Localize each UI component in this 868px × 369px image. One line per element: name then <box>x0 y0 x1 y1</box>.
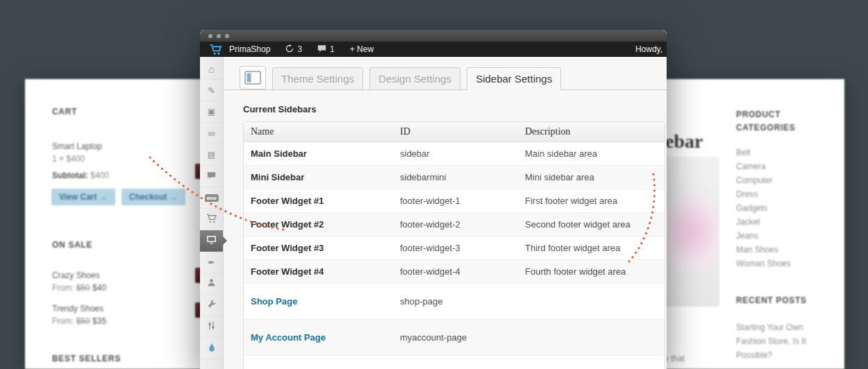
sidebar-settings-page-icon <box>240 66 266 89</box>
sidebar-id: myaccount-page <box>393 319 518 355</box>
table-row: Shortcodes Page shortcodes-page <box>244 355 665 369</box>
table-row: Footer Widget #3 footer-widget-3 Third f… <box>244 236 665 259</box>
admin-bar-site-name[interactable]: PrimaShop <box>229 44 270 54</box>
recent-posts-widget-title: RECENT POSTS <box>736 295 807 305</box>
admin-bar-howdy[interactable]: Howdy, <box>635 44 662 54</box>
cart-subtotal: Subtotal: $400 <box>52 171 109 180</box>
sidebar-name: Mini Sidebar <box>244 165 393 189</box>
sidebar-description: Second footer widget area <box>518 212 665 236</box>
table-row: Main Sidebar sidebar Main sidebar area <box>244 142 665 165</box>
menu-plugins[interactable]: ✒ <box>200 252 223 273</box>
category-item: Computer <box>736 173 791 187</box>
sidebar-name: Footer Widget #4 <box>244 259 393 283</box>
sidebar-description: Mini sidebar area <box>518 165 665 189</box>
old-price: $50 <box>76 283 90 293</box>
cart-buttons: View Cart → Checkout → <box>51 189 185 205</box>
updates-icon <box>285 44 294 55</box>
category-item: Belt <box>736 146 791 160</box>
table-header: Name ID Description <box>244 122 665 142</box>
pin-icon: ✎ <box>208 85 215 96</box>
view-cart-button: View Cart → <box>51 189 115 205</box>
sale-item-price: From: $50 $35 <box>52 316 106 326</box>
sidebar-id: footer-widget-1 <box>393 189 518 212</box>
category-item: Man Shoes <box>736 243 791 257</box>
recent-post-line: Fashion Store, Is It <box>736 334 806 348</box>
menu-media[interactable]: ▣ <box>200 101 223 123</box>
shortcodes-page-link[interactable]: Shortcodes Page <box>244 355 393 369</box>
sale-item-name: Trendy Shoes <box>52 304 103 314</box>
category-list: Belt Camera Computer Dress Gadgets Jacke… <box>736 146 791 271</box>
menu-posts[interactable]: ✎ <box>200 80 223 101</box>
old-price: $50 <box>76 316 90 326</box>
sidebar-name: Footer Widget #1 <box>244 189 393 212</box>
tab-sidebar-settings[interactable]: Sidebar Settings <box>467 67 561 90</box>
menu-appearance-active[interactable] <box>200 230 223 252</box>
updates-count: 3 <box>297 44 302 54</box>
menu-products[interactable] <box>200 209 223 230</box>
wrench-icon <box>207 300 216 311</box>
window-body: ⌂ ✎ ▣ ∞ ▤ woo ✒ <box>200 57 667 369</box>
menu-woocommerce[interactable]: woo <box>200 187 223 209</box>
settings-tab-bar: Theme Settings Design Settings Sidebar S… <box>224 57 667 90</box>
menu-dashboard[interactable]: ⌂ <box>200 58 223 80</box>
category-item: Dress <box>736 187 791 201</box>
category-item: Camera <box>736 160 791 173</box>
cart-subtotal-label: Subtotal: <box>52 171 88 180</box>
shop-page-link[interactable]: Shop Page <box>244 283 393 319</box>
cart-subtotal-value: $400 <box>90 171 109 180</box>
appearance-icon <box>206 234 217 247</box>
wp-admin-bar: PrimaShop 3 1 + New Howdy, <box>200 42 667 57</box>
admin-bar-new-menu[interactable]: + New <box>350 44 374 54</box>
tab-design-settings[interactable]: Design Settings <box>369 67 460 90</box>
product-image <box>661 157 719 307</box>
product-image-blur <box>661 186 719 277</box>
window-zoom-button[interactable] <box>225 34 229 38</box>
tab-theme-settings[interactable]: Theme Settings <box>272 67 363 90</box>
window-close-button[interactable] <box>208 34 212 38</box>
column-header-description: Description <box>518 122 665 142</box>
menu-links[interactable]: ∞ <box>200 123 223 144</box>
sale-item-price: From: $50 $40 <box>52 283 106 293</box>
comment-bubble-icon <box>207 171 216 182</box>
sidebars-table: Name ID Description Main Sidebar sidebar… <box>243 121 665 369</box>
sidebar-id: footer-widget-2 <box>393 212 518 236</box>
media-icon: ▣ <box>208 107 215 117</box>
sliders-icon <box>207 321 216 332</box>
my-account-page-link[interactable]: My Account Page <box>244 319 393 355</box>
column-header-name: Name <box>244 122 393 142</box>
menu-settings[interactable] <box>200 316 223 338</box>
menu-users[interactable] <box>200 273 223 295</box>
settings-content: Theme Settings Design Settings Sidebar S… <box>224 57 667 369</box>
sidebar-description <box>518 319 665 355</box>
menu-tools[interactable] <box>200 295 223 316</box>
home-icon: ⌂ <box>208 63 215 75</box>
admin-bar-comments[interactable]: 1 <box>317 44 335 55</box>
menu-pages[interactable]: ▤ <box>200 144 223 166</box>
wp-admin-menu: ⌂ ✎ ▣ ∞ ▤ woo ✒ <box>200 57 224 369</box>
admin-bar-updates[interactable]: 3 <box>285 44 302 55</box>
link-icon: ∞ <box>208 128 215 139</box>
sidebar-name: Main Sidebar <box>244 142 393 165</box>
category-item: Jacket <box>736 215 791 229</box>
table-row: My Account Page myaccount-page <box>244 319 665 355</box>
sale-item-name: Crazy Shoes <box>52 271 100 280</box>
browser-window: PrimaShop 3 1 + New Howdy, ⌂ ✎ ▣ ∞ ▤ <box>200 30 667 369</box>
cart-item-name: Smart Laptop <box>52 141 102 151</box>
menu-comments[interactable] <box>200 166 223 187</box>
table-row: Footer Widget #4 footer-widget-4 Fourth … <box>244 259 665 283</box>
table-row: Footer Widget #1 footer-widget-1 First f… <box>244 189 665 212</box>
recent-post-line: Possible? <box>736 348 806 362</box>
new-price: $35 <box>92 316 106 326</box>
comment-bubble-icon <box>317 44 326 55</box>
text-fragment: e that <box>664 354 685 363</box>
window-minimize-button[interactable] <box>217 34 221 38</box>
menu-plugin-droplet[interactable] <box>200 338 223 359</box>
sidebar-name: Footer Widget #3 <box>244 236 393 259</box>
table-row: Footer Widget #2 footer-widget-2 Second … <box>244 212 665 236</box>
on-sale-widget-title: ON SALE <box>52 240 92 250</box>
background-site-right-panel: ebar PRODUCT CATEGORIES Belt Camera Comp… <box>656 79 844 369</box>
sidebar-id: sidebarmini <box>393 165 518 189</box>
cart-logo-icon[interactable] <box>209 44 223 55</box>
sidebar-id: shortcodes-page <box>393 355 518 369</box>
sidebar-description: Fourth footer widget area <box>518 259 665 283</box>
